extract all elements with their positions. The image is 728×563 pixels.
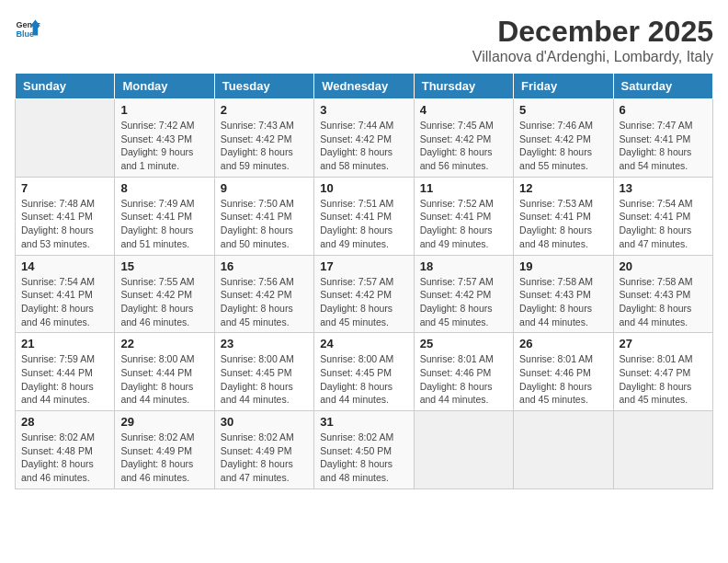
day-info: Sunrise: 8:02 AM Sunset: 4:49 PM Dayligh… — [221, 431, 308, 485]
day-number: 14 — [21, 259, 108, 273]
calendar-cell: 12Sunrise: 7:53 AM Sunset: 4:41 PM Dayli… — [514, 177, 613, 255]
calendar-cell: 29Sunrise: 8:02 AM Sunset: 4:49 PM Dayli… — [115, 411, 214, 489]
calendar-cell: 4Sunrise: 7:45 AM Sunset: 4:42 PM Daylig… — [414, 99, 513, 178]
day-number: 29 — [120, 415, 208, 429]
day-number: 8 — [120, 181, 208, 195]
day-number: 1 — [120, 103, 208, 117]
calendar-title: December 2025 — [472, 15, 713, 49]
logo-icon: General Blue — [15, 15, 40, 40]
calendar-cell: 11Sunrise: 7:52 AM Sunset: 4:41 PM Dayli… — [414, 177, 513, 255]
calendar-cell — [613, 411, 712, 489]
day-number: 17 — [320, 259, 407, 273]
day-number: 15 — [120, 259, 208, 273]
day-info: Sunrise: 7:46 AM Sunset: 4:42 PM Dayligh… — [519, 119, 607, 173]
calendar-cell: 17Sunrise: 7:57 AM Sunset: 4:42 PM Dayli… — [314, 255, 414, 333]
calendar-cell: 24Sunrise: 8:00 AM Sunset: 4:45 PM Dayli… — [314, 333, 414, 411]
week-row-4: 21Sunrise: 7:59 AM Sunset: 4:44 PM Dayli… — [16, 333, 713, 411]
day-number: 2 — [221, 103, 308, 117]
calendar-cell: 15Sunrise: 7:55 AM Sunset: 4:42 PM Dayli… — [115, 255, 214, 333]
calendar-cell: 1Sunrise: 7:42 AM Sunset: 4:43 PM Daylig… — [115, 99, 214, 178]
day-info: Sunrise: 7:58 AM Sunset: 4:43 PM Dayligh… — [620, 275, 707, 329]
logo: General Blue — [15, 15, 40, 40]
calendar-cell: 6Sunrise: 7:47 AM Sunset: 4:41 PM Daylig… — [613, 99, 712, 178]
calendar-cell: 16Sunrise: 7:56 AM Sunset: 4:42 PM Dayli… — [214, 255, 313, 333]
day-number: 5 — [519, 103, 607, 117]
svg-text:Blue: Blue — [16, 29, 34, 39]
calendar-cell: 13Sunrise: 7:54 AM Sunset: 4:41 PM Dayli… — [613, 177, 712, 255]
day-info: Sunrise: 7:42 AM Sunset: 4:43 PM Dayligh… — [120, 119, 208, 173]
day-info: Sunrise: 7:45 AM Sunset: 4:42 PM Dayligh… — [420, 119, 507, 173]
calendar-cell: 21Sunrise: 7:59 AM Sunset: 4:44 PM Dayli… — [16, 333, 115, 411]
day-info: Sunrise: 7:55 AM Sunset: 4:42 PM Dayligh… — [120, 275, 208, 329]
calendar-cell: 22Sunrise: 8:00 AM Sunset: 4:44 PM Dayli… — [115, 333, 214, 411]
calendar-cell: 7Sunrise: 7:48 AM Sunset: 4:41 PM Daylig… — [16, 177, 115, 255]
calendar-cell — [514, 411, 613, 489]
calendar-cell: 31Sunrise: 8:02 AM Sunset: 4:50 PM Dayli… — [314, 411, 414, 489]
day-info: Sunrise: 8:01 AM Sunset: 4:46 PM Dayligh… — [519, 352, 607, 407]
day-info: Sunrise: 8:01 AM Sunset: 4:47 PM Dayligh… — [620, 352, 707, 407]
week-row-5: 28Sunrise: 8:02 AM Sunset: 4:48 PM Dayli… — [16, 411, 713, 489]
week-row-3: 14Sunrise: 7:54 AM Sunset: 4:41 PM Dayli… — [16, 255, 713, 333]
calendar-cell: 9Sunrise: 7:50 AM Sunset: 4:41 PM Daylig… — [214, 177, 313, 255]
day-number: 7 — [21, 181, 108, 195]
day-info: Sunrise: 8:00 AM Sunset: 4:45 PM Dayligh… — [221, 352, 308, 407]
day-number: 18 — [420, 259, 507, 273]
day-number: 11 — [420, 181, 507, 195]
calendar-cell: 23Sunrise: 8:00 AM Sunset: 4:45 PM Dayli… — [214, 333, 313, 411]
calendar-cell: 10Sunrise: 7:51 AM Sunset: 4:41 PM Dayli… — [314, 177, 414, 255]
day-info: Sunrise: 7:56 AM Sunset: 4:42 PM Dayligh… — [221, 275, 308, 329]
day-number: 12 — [519, 181, 607, 195]
title-area: December 2025 Villanova d'Ardenghi, Lomb… — [472, 15, 713, 65]
day-number: 13 — [620, 181, 707, 195]
day-number: 16 — [221, 259, 308, 273]
day-number: 20 — [620, 259, 707, 273]
calendar-cell: 5Sunrise: 7:46 AM Sunset: 4:42 PM Daylig… — [514, 99, 613, 178]
day-info: Sunrise: 7:50 AM Sunset: 4:41 PM Dayligh… — [221, 197, 308, 251]
day-info: Sunrise: 7:52 AM Sunset: 4:41 PM Dayligh… — [420, 197, 507, 251]
day-info: Sunrise: 7:57 AM Sunset: 4:42 PM Dayligh… — [320, 275, 407, 329]
day-number: 9 — [221, 181, 308, 195]
header-row: SundayMondayTuesdayWednesdayThursdayFrid… — [16, 74, 713, 99]
calendar-subtitle: Villanova d'Ardenghi, Lombardy, Italy — [472, 49, 713, 65]
calendar-header: General Blue December 2025 Villanova d'A… — [15, 15, 713, 65]
day-info: Sunrise: 7:54 AM Sunset: 4:41 PM Dayligh… — [620, 197, 707, 251]
week-row-2: 7Sunrise: 7:48 AM Sunset: 4:41 PM Daylig… — [16, 177, 713, 255]
day-info: Sunrise: 7:53 AM Sunset: 4:41 PM Dayligh… — [519, 197, 607, 251]
day-number: 21 — [21, 337, 108, 350]
day-header-sunday: Sunday — [16, 74, 115, 99]
day-number: 28 — [21, 415, 108, 429]
calendar-table: SundayMondayTuesdayWednesdayThursdayFrid… — [15, 73, 713, 489]
calendar-cell: 19Sunrise: 7:58 AM Sunset: 4:43 PM Dayli… — [514, 255, 613, 333]
day-number: 10 — [320, 181, 407, 195]
day-number: 22 — [120, 337, 208, 350]
calendar-cell: 30Sunrise: 8:02 AM Sunset: 4:49 PM Dayli… — [214, 411, 313, 489]
calendar-cell: 20Sunrise: 7:58 AM Sunset: 4:43 PM Dayli… — [613, 255, 712, 333]
day-info: Sunrise: 7:47 AM Sunset: 4:41 PM Dayligh… — [620, 119, 707, 173]
day-number: 23 — [221, 337, 308, 350]
calendar-cell: 26Sunrise: 8:01 AM Sunset: 4:46 PM Dayli… — [514, 333, 613, 411]
day-info: Sunrise: 7:43 AM Sunset: 4:42 PM Dayligh… — [221, 119, 308, 173]
day-info: Sunrise: 7:51 AM Sunset: 4:41 PM Dayligh… — [320, 197, 407, 251]
calendar-cell: 27Sunrise: 8:01 AM Sunset: 4:47 PM Dayli… — [613, 333, 712, 411]
day-info: Sunrise: 8:00 AM Sunset: 4:45 PM Dayligh… — [320, 352, 407, 407]
calendar-cell: 25Sunrise: 8:01 AM Sunset: 4:46 PM Dayli… — [414, 333, 513, 411]
week-row-1: 1Sunrise: 7:42 AM Sunset: 4:43 PM Daylig… — [16, 99, 713, 178]
day-info: Sunrise: 7:57 AM Sunset: 4:42 PM Dayligh… — [420, 275, 507, 329]
day-number: 24 — [320, 337, 407, 350]
calendar-cell — [414, 411, 513, 489]
day-number: 26 — [519, 337, 607, 350]
calendar-cell: 18Sunrise: 7:57 AM Sunset: 4:42 PM Dayli… — [414, 255, 513, 333]
day-number: 25 — [420, 337, 507, 350]
day-info: Sunrise: 7:58 AM Sunset: 4:43 PM Dayligh… — [519, 275, 607, 329]
day-header-thursday: Thursday — [414, 74, 513, 99]
calendar-cell: 28Sunrise: 8:02 AM Sunset: 4:48 PM Dayli… — [16, 411, 115, 489]
day-header-tuesday: Tuesday — [214, 74, 313, 99]
day-info: Sunrise: 8:02 AM Sunset: 4:50 PM Dayligh… — [320, 431, 407, 485]
day-header-friday: Friday — [514, 74, 613, 99]
day-number: 31 — [320, 415, 407, 429]
calendar-cell: 8Sunrise: 7:49 AM Sunset: 4:41 PM Daylig… — [115, 177, 214, 255]
day-info: Sunrise: 7:44 AM Sunset: 4:42 PM Dayligh… — [320, 119, 407, 173]
day-number: 27 — [620, 337, 707, 350]
calendar-cell: 3Sunrise: 7:44 AM Sunset: 4:42 PM Daylig… — [314, 99, 414, 178]
day-info: Sunrise: 7:48 AM Sunset: 4:41 PM Dayligh… — [21, 197, 108, 251]
